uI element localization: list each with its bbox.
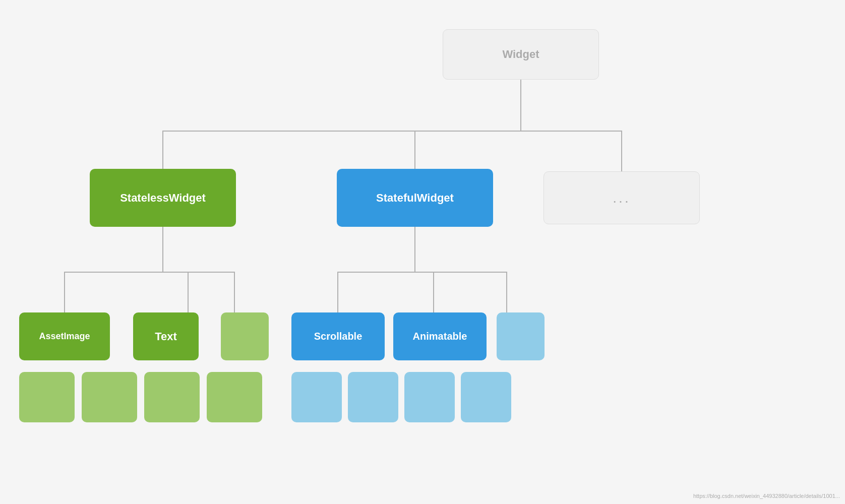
green-sub1 [19,372,75,422]
stateless-widget-node: StatelessWidget [90,169,236,227]
animatable-node: Animatable [393,312,487,360]
watermark: https://blog.csdn.net/weixin_44932880/ar… [693,493,840,499]
scrollable-label: Scrollable [314,331,363,342]
widget-label: Widget [502,48,539,61]
asset-image-label: AssetImage [39,331,90,342]
animatable-label: Animatable [413,331,467,342]
blue-sub4 [461,372,511,422]
diagram-container: Widget StatelessWidget StatefulWidget ..… [0,0,845,504]
stateful-widget-label: StatefulWidget [376,192,454,205]
connectors-svg [0,0,845,504]
green-sub2 [82,372,137,422]
stateless-widget-label: StatelessWidget [120,192,206,205]
more-nodes: ... [544,171,700,224]
asset-image-node: AssetImage [19,312,110,360]
blue-more-node [497,312,545,360]
green-sub3 [144,372,200,422]
dots-label: ... [613,190,630,206]
blue-sub1 [291,372,342,422]
text-label: Text [155,330,177,343]
watermark-text: https://blog.csdn.net/weixin_44932880/ar… [693,493,840,499]
blue-sub2 [348,372,398,422]
text-node: Text [133,312,199,360]
scrollable-node: Scrollable [291,312,385,360]
widget-node: Widget [443,29,599,80]
stateful-widget-node: StatefulWidget [337,169,493,227]
green-more-node [221,312,269,360]
green-sub4 [207,372,262,422]
blue-sub3 [404,372,455,422]
